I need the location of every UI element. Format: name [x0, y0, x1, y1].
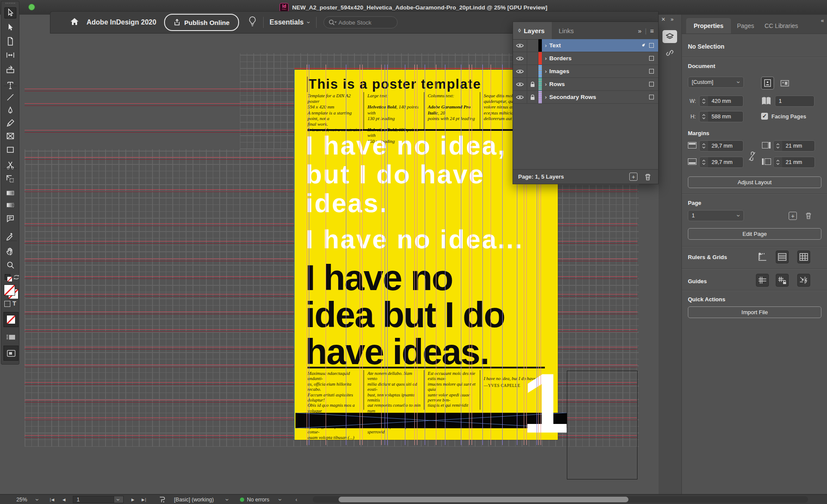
margin-left-stepper[interactable] — [773, 140, 783, 152]
lock-icon[interactable] — [530, 94, 535, 100]
layer-name[interactable]: Text — [549, 42, 561, 49]
line-tool[interactable] — [4, 92, 16, 103]
lock-icon[interactable] — [530, 81, 535, 87]
next-page-button[interactable]: ▶ — [131, 498, 135, 502]
scroll-left-icon[interactable]: ‹ — [295, 497, 297, 503]
margin-top-stepper[interactable] — [699, 140, 709, 152]
vertical-guide[interactable] — [472, 65, 472, 445]
publish-online-button[interactable]: Publish Online — [164, 14, 239, 31]
margin-top-input[interactable]: 29,7 mm — [708, 140, 743, 152]
frame-tool[interactable] — [4, 130, 16, 142]
vertical-guide[interactable] — [461, 65, 461, 445]
margin-right-input[interactable]: 21 mm — [782, 157, 815, 168]
horizontal-scrollbar-thumb[interactable] — [339, 497, 628, 502]
workspace-switcher[interactable]: Essentials › — [270, 19, 310, 26]
layer-row-images[interactable]: ›Images — [513, 65, 658, 78]
vertical-guide[interactable] — [417, 65, 417, 445]
preflight-icon[interactable] — [158, 496, 165, 503]
document-preset-select[interactable]: [Custom] › — [688, 77, 744, 88]
free-transform-tool[interactable] — [4, 173, 16, 185]
expand-chevron-icon[interactable]: › — [545, 42, 547, 49]
panel-grip[interactable] — [6, 3, 15, 4]
fill-swatch[interactable] — [4, 284, 15, 296]
mini-fill-swatch[interactable] — [7, 276, 12, 282]
margin-bottom-stepper[interactable] — [699, 157, 709, 168]
pencil-tool[interactable] — [4, 117, 16, 129]
pages-count-input[interactable]: 1 — [775, 96, 815, 107]
smart-guides-toggle-icon[interactable] — [797, 274, 810, 287]
delete-page-icon[interactable] — [804, 211, 813, 220]
vertical-guide[interactable] — [436, 65, 436, 445]
expand-chevron-icon[interactable]: › — [545, 94, 547, 100]
height-stepper[interactable] — [699, 111, 709, 122]
eye-icon[interactable] — [516, 95, 524, 100]
page-list-chevron[interactable]: › — [114, 496, 124, 503]
panel-menu-icon[interactable]: ≡ — [650, 27, 654, 34]
vertical-guide[interactable] — [362, 65, 363, 445]
tab-links[interactable]: Links — [559, 22, 574, 39]
content-collector-tool[interactable] — [4, 64, 16, 75]
expand-chevron-icon[interactable]: › — [545, 68, 547, 74]
eye-icon[interactable] — [516, 82, 524, 87]
height-input[interactable]: 588 mm — [708, 111, 743, 122]
vertical-guide[interactable] — [381, 65, 382, 445]
delete-layer-icon[interactable] — [644, 173, 652, 181]
horizontal-scrollbar-track[interactable] — [313, 496, 808, 503]
scissors-tool[interactable] — [4, 160, 16, 171]
screen-mode-button[interactable] — [3, 346, 19, 361]
show-guides-toggle-icon[interactable] — [756, 274, 769, 287]
zoom-chevron-icon[interactable]: › — [34, 498, 41, 501]
layer-row-borders[interactable]: ›Borders — [513, 52, 658, 65]
layer-row-secondary-rows[interactable]: ›Secondary Rows — [513, 91, 658, 104]
link-margins-broken-icon[interactable] — [747, 151, 757, 162]
gradient-feather-tool[interactable] — [4, 199, 16, 210]
adjust-layout-button[interactable]: Adjust Layout — [688, 176, 821, 188]
layer-target-square[interactable] — [649, 43, 654, 48]
vertical-guide[interactable] — [469, 65, 469, 445]
new-layer-button[interactable]: + — [629, 173, 637, 181]
layer-name[interactable]: Images — [549, 68, 569, 74]
vertical-guide[interactable] — [307, 65, 307, 445]
hand-tool[interactable] — [4, 246, 16, 257]
margin-right-stepper[interactable] — [773, 157, 783, 168]
expand-panels-icon[interactable]: » — [671, 16, 674, 22]
type-tool[interactable] — [4, 80, 16, 91]
first-page-button[interactable]: |◀ — [50, 498, 55, 502]
vertical-guide[interactable] — [482, 65, 483, 445]
expand-chevron-icon[interactable]: › — [545, 81, 547, 87]
layer-name[interactable]: Secondary Rows — [549, 94, 596, 100]
vertical-guide[interactable] — [326, 65, 326, 445]
layer-row-text[interactable]: ›Text — [513, 39, 658, 52]
preflight-profile-value[interactable]: [Basic] (working) — [174, 497, 214, 503]
lock-guides-toggle-icon[interactable] — [776, 274, 789, 287]
layer-target-square[interactable] — [649, 82, 654, 87]
gap-tool[interactable] — [4, 49, 16, 61]
errors-chevron-icon[interactable]: › — [277, 498, 284, 501]
tab-pages[interactable]: Pages — [737, 18, 754, 34]
empty-frame[interactable] — [567, 371, 637, 479]
layer-target-square[interactable] — [649, 69, 654, 74]
margin-bottom-input[interactable]: 29,7 mm — [708, 157, 743, 168]
adobe-stock-search-input[interactable]: Adobe Stock — [323, 16, 398, 28]
apply-none-button[interactable] — [3, 312, 19, 327]
eye-icon[interactable] — [516, 43, 524, 48]
collapse-group-icon[interactable]: » — [638, 27, 641, 34]
width-stepper[interactable] — [699, 96, 709, 107]
add-page-button[interactable]: + — [789, 212, 797, 220]
layer-row-rows[interactable]: ›Rows — [513, 78, 658, 91]
layer-target-square[interactable] — [649, 56, 654, 61]
width-input[interactable]: 420 mm — [708, 96, 743, 107]
vertical-guide[interactable] — [414, 65, 415, 445]
vertical-guide[interactable] — [425, 65, 425, 445]
preflight-chevron-icon[interactable]: › — [224, 498, 231, 501]
page-tool[interactable] — [4, 36, 16, 47]
tab-layers[interactable]: ◊ Layers — [513, 22, 552, 39]
orientation-portrait-button[interactable] — [761, 77, 774, 90]
previous-page-button[interactable]: ◀ — [62, 498, 66, 502]
layer-target-square[interactable] — [649, 95, 654, 99]
links-panel-dock-icon[interactable] — [662, 46, 677, 59]
layers-panel-dock-icon[interactable] — [662, 30, 677, 43]
tab-cc-libraries[interactable]: CC Libraries — [765, 18, 798, 34]
vertical-guide[interactable] — [360, 65, 360, 445]
vertical-guide[interactable] — [309, 65, 309, 445]
